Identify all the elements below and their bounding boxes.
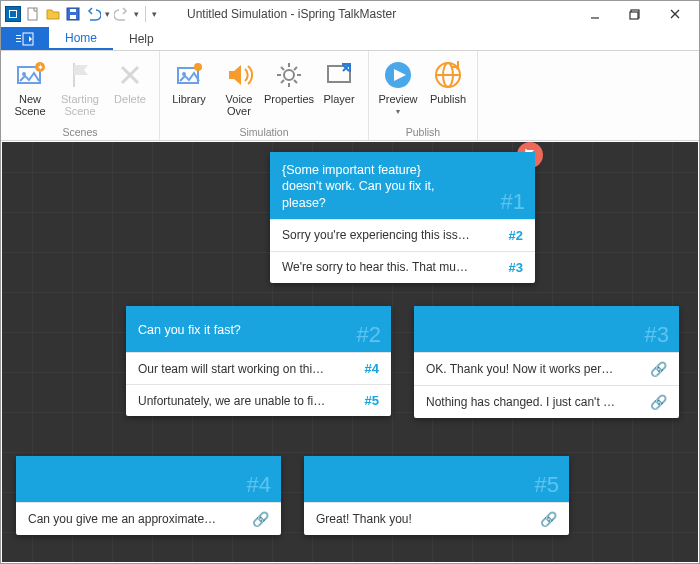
ribbon: ✦ NewScene StartingScene Delete Scenes L… [1,51,699,141]
answer-link-tag: #2 [509,228,523,243]
answer-text: Our team will start working on this pro.… [138,362,328,376]
properties-label: Properties [264,93,314,105]
answer-link-tag: #5 [365,393,379,408]
scene-node-2[interactable]: Can you fix it fast? #2 Our team will st… [126,306,391,416]
link-icon: 🔗 [252,511,269,527]
voice-over-button[interactable]: VoiceOver [216,55,262,124]
svg-rect-3 [70,9,76,12]
file-tab[interactable] [1,27,49,50]
delete-icon [114,59,146,91]
scene-node-1[interactable]: {Some important feature} doesn't work. C… [270,152,535,283]
play-icon [382,59,414,91]
answer-row[interactable]: Nothing has changed. I just can't believ… [414,385,679,418]
ribbon-group-scenes: ✦ NewScene StartingScene Delete Scenes [1,51,160,140]
connectors [2,142,302,292]
link-icon: 🔗 [650,394,667,410]
svg-rect-9 [16,35,21,36]
preview-button[interactable]: Preview ▾ [375,55,421,124]
library-icon [173,59,205,91]
starting-scene-label: StartingScene [61,93,99,117]
properties-button[interactable]: Properties [266,55,312,124]
svg-rect-0 [28,8,37,20]
answer-row[interactable]: Great! Thank you! 🔗 [304,502,569,535]
scene-header[interactable]: #5 [304,456,569,502]
link-icon: 🔗 [650,361,667,377]
redo-dropdown-icon[interactable]: ▾ [134,9,139,19]
player-label: Player [323,93,354,105]
publish-button[interactable]: Publish [425,55,471,124]
title-bar: ▾ ▾ ▾ Untitled Simulation - iSpring Talk… [1,1,699,27]
svg-line-30 [281,80,284,83]
svg-point-22 [284,70,294,80]
answer-text: Nothing has changed. I just can't believ… [426,395,616,409]
answer-row[interactable]: We're sorry to hear this. That must be v… [270,251,535,283]
scene-question: Can you fix it fast? [138,322,241,338]
qat-separator [145,6,146,22]
close-button[interactable] [655,2,695,26]
svg-text:✦: ✦ [37,63,44,72]
answer-row[interactable]: Our team will start working on this pro.… [126,352,391,384]
answer-link-tag: #4 [365,361,379,376]
preview-dropdown-icon[interactable]: ▾ [396,107,400,116]
svg-line-29 [294,67,297,70]
answer-row[interactable]: Can you give me an approximate date ... … [16,502,281,535]
scene-number: #2 [357,322,381,348]
svg-rect-2 [70,15,76,19]
minimize-button[interactable] [575,2,615,26]
delete-button: Delete [107,55,153,124]
open-icon[interactable] [45,6,61,22]
answer-row[interactable]: OK. Thank you! Now it works perfectly. 🔗 [414,352,679,385]
scene-number: #3 [645,322,669,348]
tab-home[interactable]: Home [49,27,113,50]
undo-icon[interactable] [85,6,101,22]
save-icon[interactable] [65,6,81,22]
player-icon [323,59,355,91]
redo-icon[interactable] [114,6,130,22]
svg-rect-11 [16,41,21,42]
window-title: Untitled Simulation - iSpring TalkMaster [157,7,575,21]
group-scenes-label: Scenes [7,124,153,138]
group-simulation-label: Simulation [166,124,362,138]
preview-label: Preview [378,93,417,105]
tab-help[interactable]: Help [113,27,170,50]
delete-label: Delete [114,93,146,105]
flag-icon [64,59,96,91]
player-button[interactable]: Player [316,55,362,124]
library-label: Library [172,93,206,105]
scene-node-5[interactable]: #5 Great! Thank you! 🔗 [304,456,569,535]
new-scene-icon: ✦ [14,59,46,91]
undo-dropdown-icon[interactable]: ▾ [105,9,110,19]
starting-scene-button: StartingScene [57,55,103,124]
scene-header[interactable]: #4 [16,456,281,502]
answer-text: Unfortunately, we are unable to fix it r… [138,394,328,408]
scene-header[interactable]: #3 [414,306,679,352]
scene-header[interactable]: {Some important feature} doesn't work. C… [270,152,535,219]
svg-line-27 [281,67,284,70]
answer-text: OK. Thank you! Now it works perfectly. [426,362,616,376]
app-icon [5,6,21,22]
ribbon-tabs: Home Help [1,27,699,51]
maximize-button[interactable] [615,2,655,26]
gear-icon [273,59,305,91]
scene-number: #1 [501,189,525,215]
library-button[interactable]: Library [166,55,212,124]
ribbon-group-publish: Preview ▾ Publish Publish [369,51,478,140]
answer-row[interactable]: Sorry you're experiencing this issue. We… [270,219,535,251]
answer-text: Sorry you're experiencing this issue. We… [282,228,472,242]
answer-row[interactable]: Unfortunately, we are unable to fix it r… [126,384,391,416]
scenario-canvas[interactable]: {Some important feature} doesn't work. C… [2,142,698,562]
ribbon-group-simulation: Library VoiceOver Properties Player Simu… [160,51,369,140]
scene-node-4[interactable]: #4 Can you give me an approximate date .… [16,456,281,535]
new-scene-label: NewScene [14,93,45,117]
scene-node-3[interactable]: #3 OK. Thank you! Now it works perfectly… [414,306,679,418]
scene-number: #4 [247,472,271,498]
answer-text: We're sorry to hear this. That must be v… [282,260,472,274]
answer-link-tag: #3 [509,260,523,275]
scene-header[interactable]: Can you fix it fast? #2 [126,306,391,352]
group-publish-label: Publish [375,124,471,138]
new-scene-button[interactable]: ✦ NewScene [7,55,53,124]
scene-number: #5 [535,472,559,498]
new-file-icon[interactable] [25,6,41,22]
answer-text: Can you give me an approximate date ... [28,512,218,526]
link-icon: 🔗 [540,511,557,527]
